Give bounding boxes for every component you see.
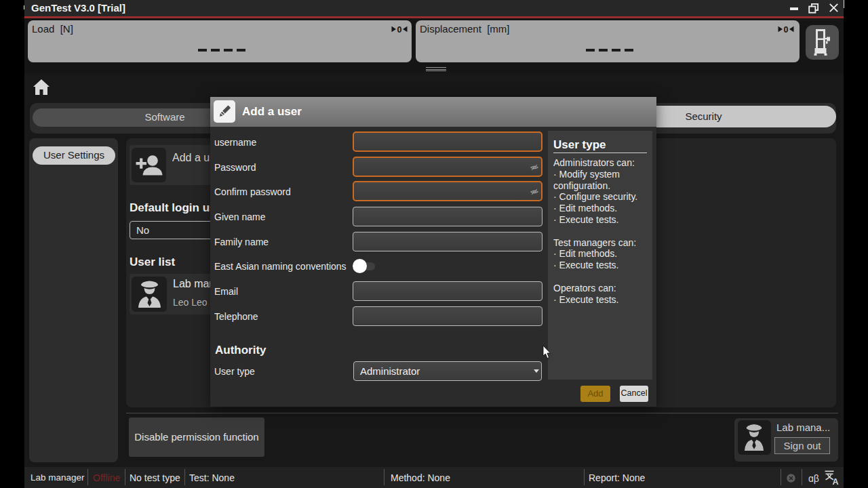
svg-text:A: A xyxy=(833,477,839,486)
svg-text:0: 0 xyxy=(784,25,789,33)
svg-text:0: 0 xyxy=(397,25,402,33)
